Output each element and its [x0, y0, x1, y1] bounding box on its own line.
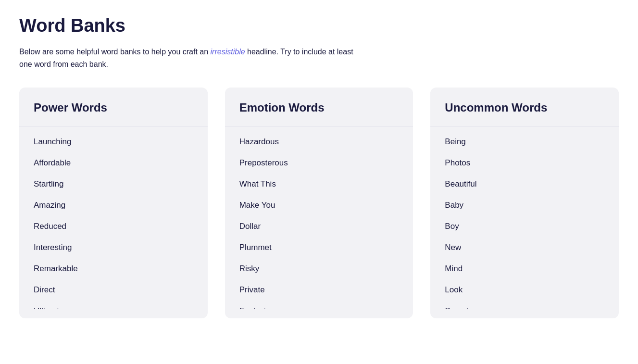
word-bank-card-uncommon-words: Uncommon WordsBeingPhotosBeautifulBabyBo…	[430, 88, 619, 318]
word-item[interactable]: Being	[430, 131, 619, 152]
word-bank-list-uncommon-words[interactable]: BeingPhotosBeautifulBabyBoyNewMindLookSe…	[430, 126, 619, 309]
page-title: Word Banks	[19, 15, 619, 36]
word-item[interactable]: Mind	[430, 258, 619, 279]
word-item[interactable]: Amazing	[19, 195, 208, 216]
word-bank-card-emotion-words: Emotion WordsHazardousPreposterousWhat T…	[225, 88, 413, 318]
word-bank-header-power-words: Power Words	[19, 88, 208, 126]
word-item[interactable]: Dollar	[225, 216, 413, 237]
word-item[interactable]: Photos	[430, 152, 619, 174]
word-bank-list-power-words[interactable]: LaunchingAffordableStartlingAmazingReduc…	[19, 126, 208, 309]
word-item[interactable]: Remarkable	[19, 258, 208, 279]
word-bank-card-power-words: Power WordsLaunchingAffordableStartlingA…	[19, 88, 208, 318]
word-item[interactable]: Private	[225, 279, 413, 301]
word-item[interactable]: Interesting	[19, 237, 208, 258]
word-item[interactable]: Baby	[430, 195, 619, 216]
word-item[interactable]: Direct	[19, 279, 208, 301]
word-item[interactable]: Make You	[225, 195, 413, 216]
word-item[interactable]: Risky	[225, 258, 413, 279]
word-item[interactable]: Startling	[19, 174, 208, 195]
word-bank-title-emotion-words: Emotion Words	[239, 101, 399, 114]
word-item[interactable]: Boy	[430, 216, 619, 237]
description-text-1: Below are some helpful word banks to hel…	[19, 48, 211, 56]
word-item[interactable]: Ultimate	[19, 301, 208, 309]
word-item[interactable]: Preposterous	[225, 152, 413, 174]
page-description: Below are some helpful word banks to hel…	[19, 46, 356, 70]
word-item[interactable]: Launching	[19, 131, 208, 152]
description-highlight: irresistible	[211, 48, 245, 56]
word-item[interactable]: Beautiful	[430, 174, 619, 195]
word-bank-header-uncommon-words: Uncommon Words	[430, 88, 619, 126]
word-item[interactable]: Explosive	[225, 301, 413, 309]
word-item[interactable]: Secret	[430, 301, 619, 309]
word-item[interactable]: New	[430, 237, 619, 258]
word-bank-title-power-words: Power Words	[34, 101, 193, 114]
word-banks-container: Power WordsLaunchingAffordableStartlingA…	[19, 88, 619, 318]
word-item[interactable]: Hazardous	[225, 131, 413, 152]
word-bank-title-uncommon-words: Uncommon Words	[445, 101, 604, 114]
word-item[interactable]: Look	[430, 279, 619, 301]
word-item[interactable]: Affordable	[19, 152, 208, 174]
word-item[interactable]: Reduced	[19, 216, 208, 237]
word-item[interactable]: What This	[225, 174, 413, 195]
word-item[interactable]: Plummet	[225, 237, 413, 258]
word-bank-header-emotion-words: Emotion Words	[225, 88, 413, 126]
word-bank-list-emotion-words[interactable]: HazardousPreposterousWhat ThisMake YouDo…	[225, 126, 413, 309]
